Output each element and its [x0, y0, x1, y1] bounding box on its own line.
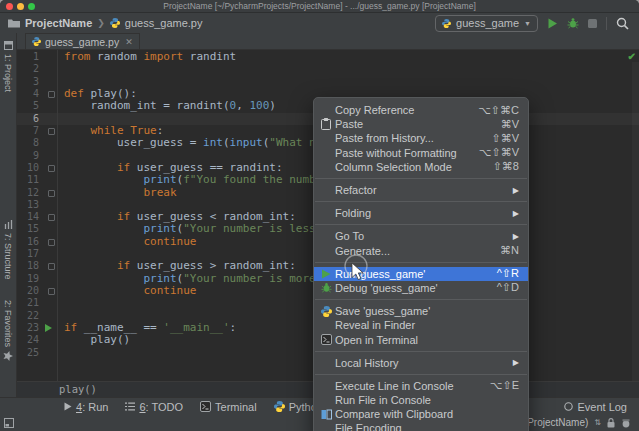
fold-marker-icon[interactable] [48, 190, 55, 197]
stop-button[interactable] [588, 19, 597, 28]
menu-item-save-guess-game[interactable]: Save 'guess_game' [314, 304, 528, 318]
menu-item-copy-reference[interactable]: Copy Reference⌥⇧⌘C [314, 103, 528, 117]
menu-item-label: Run File in Console [335, 394, 519, 406]
code-line[interactable]: from random import randint [58, 51, 639, 63]
title-bar: ProjectName [~/PycharmProjects/ProjectNa… [0, 0, 639, 13]
sidebar-item-project[interactable]: 1: Project [3, 41, 13, 92]
sidebar-item-favorites[interactable]: 2: Favorites [3, 300, 13, 361]
menu-item-folding[interactable]: Folding▶ [314, 206, 528, 220]
menu-item-reveal-in-finder[interactable]: Reveal in Finder [314, 318, 528, 332]
menu-item-file-encoding[interactable]: File Encoding [314, 421, 528, 431]
breadcrumb-chevron-icon: ❯ [97, 18, 105, 28]
code-line[interactable] [58, 63, 639, 75]
window-title: ProjectName [~/PycharmProjects/ProjectNa… [0, 0, 639, 12]
inspections-hector-icon[interactable] [621, 418, 631, 428]
run-gutter-icon[interactable] [45, 324, 52, 332]
fold-marker-icon[interactable] [48, 239, 55, 246]
submenu-arrow-icon: ▶ [513, 232, 519, 241]
menu-item-local-history[interactable]: Local History▶ [314, 356, 528, 370]
menu-separator [315, 201, 527, 202]
lock-icon[interactable] [607, 418, 615, 428]
fold-marker-icon[interactable] [48, 128, 55, 135]
menu-item-refactor[interactable]: Refactor▶ [314, 183, 528, 197]
menu-item-paste-from-history[interactable]: Paste from History...⇧⌘V [314, 131, 528, 145]
line-number: 11 [17, 174, 39, 186]
editor-context-menu: Copy Reference⌥⇧⌘CPaste⌘VPaste from Hist… [313, 97, 529, 431]
sidebar-item-structure[interactable]: 7: Structure [3, 220, 13, 280]
menu-separator [315, 351, 527, 352]
menu-item-generate[interactable]: Generate...⌘N [314, 244, 528, 258]
menu-item-open-in-terminal[interactable]: Open in Terminal [314, 332, 528, 346]
line-number: 14 [17, 211, 39, 223]
line-number: 23 [17, 322, 39, 334]
fold-marker-icon[interactable] [48, 91, 55, 98]
menu-item-label: File Encoding [335, 422, 519, 431]
fold-marker-icon[interactable] [48, 288, 55, 295]
run-icon [321, 269, 335, 279]
menu-item-label: Refactor [335, 184, 501, 196]
tab-guess-game[interactable]: guess_game.py ✕ [25, 33, 140, 49]
line-number: 18 [17, 260, 39, 272]
position-widget-icon[interactable]: ⇅ [594, 418, 601, 427]
search-everywhere-icon[interactable] [616, 17, 629, 30]
menu-item-debug-guess-game[interactable]: Debug 'guess_game'^⇧D [314, 281, 528, 295]
inspection-ok-icon[interactable]: ✔ [628, 51, 636, 62]
menu-item-shortcut: ⌘N [500, 244, 519, 257]
code-line[interactable] [58, 76, 639, 88]
menu-item-label: Reveal in Finder [335, 319, 519, 331]
debug-button[interactable] [567, 17, 579, 29]
line-number: 19 [17, 273, 39, 285]
menu-item-compare-with-clipboard[interactable]: Compare with Clipboard [314, 407, 528, 421]
menu-item-go-to[interactable]: Go To▶ [314, 229, 528, 243]
line-number: 24 [17, 334, 39, 346]
python-file-icon [32, 37, 41, 46]
event-log-button[interactable]: Event Log [564, 401, 639, 413]
python-icon [442, 19, 451, 28]
menu-item-run-guess-game[interactable]: Run 'guess_game'^⇧R [314, 267, 528, 281]
menu-item-execute-line-in-console[interactable]: Execute Line in Console⌥⇧E [314, 379, 528, 393]
menu-item-label: Copy Reference [335, 104, 466, 116]
toolwindow-button-run[interactable]: 4: Run [64, 401, 108, 413]
menu-item-paste-without-formatting[interactable]: Paste without Formatting⌥⇧⌘V [314, 146, 528, 160]
menu-item-label: Open in Terminal [335, 334, 519, 346]
menu-item-shortcut: ^⇧R [497, 267, 519, 280]
toggle-toolwindows-icon[interactable] [4, 418, 14, 428]
event-log-icon [564, 402, 573, 411]
menu-separator [315, 224, 527, 225]
run-triangle-icon [64, 402, 72, 411]
line-number: 1 [17, 51, 39, 63]
todo-icon [125, 402, 135, 411]
run-configuration-select[interactable]: guess_game ▼ [435, 15, 538, 32]
fold-marker-icon[interactable] [48, 214, 55, 221]
toolwindow-button-todo[interactable]: 6: TODO [125, 401, 183, 413]
fold-marker-icon[interactable] [48, 263, 55, 270]
menu-item-shortcut: ^⇧D [497, 281, 519, 294]
menu-separator [315, 374, 527, 375]
close-tab-icon[interactable]: ✕ [125, 37, 133, 47]
run-button[interactable] [547, 18, 558, 29]
python-icon [321, 306, 335, 317]
line-number: 16 [17, 236, 39, 248]
line-number: 17 [17, 248, 39, 260]
terminal-icon [321, 334, 335, 345]
toolwindow-button-terminal[interactable]: Terminal [200, 401, 257, 413]
menu-separator [315, 178, 527, 179]
run-configuration-name: guess_game [456, 17, 519, 29]
line-number: 12 [17, 187, 39, 199]
submenu-arrow-icon: ▶ [513, 209, 519, 218]
editor-scrollbar[interactable] [632, 62, 639, 381]
menu-separator [315, 262, 527, 263]
menu-item-column-selection-mode[interactable]: Column Selection Mode⇧⌘8 [314, 160, 528, 174]
main-toolbar: ProjectName ❯ guess_game.py guess_game ▼ [0, 13, 639, 34]
menu-item-paste[interactable]: Paste⌘V [314, 117, 528, 131]
left-tool-window-stripe: 1: Project 7: Structure 2: Favorites [0, 33, 17, 397]
breadcrumb-project[interactable]: ProjectName [25, 17, 92, 29]
menu-item-label: Paste [335, 118, 489, 130]
fold-marker-icon[interactable] [48, 165, 55, 172]
breadcrumb-file[interactable]: guess_game.py [125, 17, 203, 29]
menu-item-run-file-in-console[interactable]: Run File in Console [314, 393, 528, 407]
editor-tab-bar: guess_game.py ✕ [17, 33, 639, 50]
python-file-icon [110, 18, 120, 28]
chevron-down-icon: ▼ [524, 20, 531, 27]
line-number: 9 [17, 150, 39, 162]
